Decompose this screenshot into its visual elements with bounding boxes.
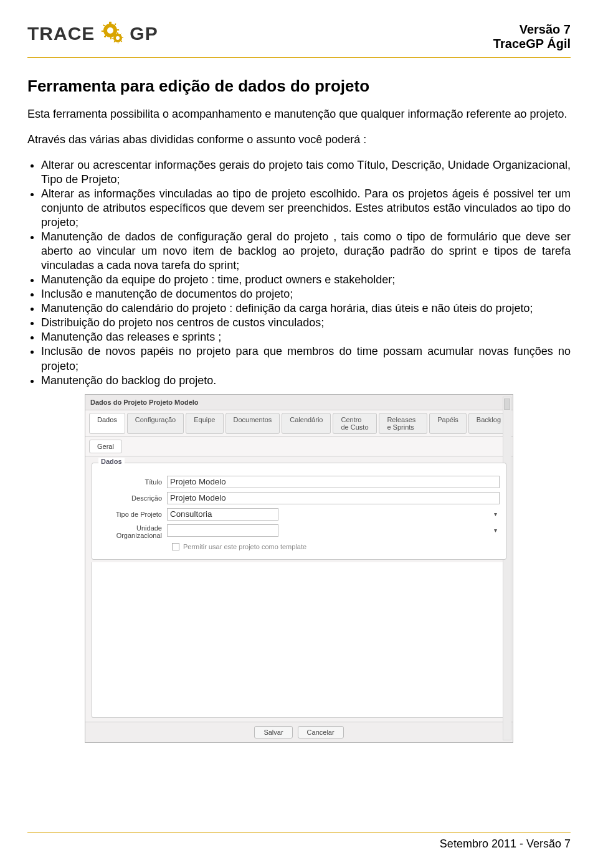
tab-dados[interactable]: Dados <box>89 413 125 434</box>
list-item: Distribuição do projeto nos centros de c… <box>41 316 571 330</box>
list-item: Inclusão e manutenção de documentos do p… <box>41 287 571 301</box>
tab-configuracao[interactable]: Configuração <box>127 413 184 434</box>
checkbox-template[interactable] <box>172 543 179 550</box>
lead-paragraph: Através das várias abas divididas confor… <box>27 133 571 147</box>
select-tipo-projeto[interactable] <box>167 508 278 521</box>
list-item: Alterar as informações vinculadas ao tip… <box>41 187 571 230</box>
window-title: Dados do Projeto Projeto Modelo <box>85 395 513 410</box>
chevron-down-icon: ▾ <box>494 527 497 534</box>
page-footer: Setembro 2011 - Versão 7 <box>27 832 571 851</box>
fieldset-legend: Dados <box>98 458 125 465</box>
select-unidade-org[interactable] <box>167 524 278 537</box>
product-line: TraceGP Ágil <box>493 37 571 51</box>
page-title: Ferramenta para edição de dados do proje… <box>27 77 571 96</box>
scrollbar[interactable] <box>503 397 511 740</box>
save-button[interactable]: Salvar <box>254 726 292 738</box>
list-item: Inclusão de novos papéis no projeto para… <box>41 344 571 373</box>
list-item: Manutenção das releases e sprints ; <box>41 330 571 344</box>
label-titulo: Título <box>98 478 167 486</box>
app-window: Dados do Projeto Projeto Modelo Dados Co… <box>85 394 513 743</box>
input-descricao[interactable] <box>167 492 500 504</box>
subtabs-row: Geral <box>85 437 513 456</box>
list-item: Manutenção do backlog do projeto. <box>41 374 571 388</box>
logo-text-b: GP <box>130 23 158 44</box>
logo-text-a: TRACE <box>27 23 95 44</box>
list-item: Manutenção de dados de configuração gera… <box>41 230 571 273</box>
form-empty-area <box>92 562 506 718</box>
chevron-down-icon: ▾ <box>494 511 497 517</box>
list-item: Alterar ou acrescentar informações gerai… <box>41 158 571 187</box>
checkbox-template-label: Permitir usar este projeto como template <box>183 543 306 550</box>
cancel-button[interactable]: Cancelar <box>298 726 344 738</box>
tab-calendario[interactable]: Calendário <box>282 413 331 434</box>
gear-icon <box>98 22 126 45</box>
tab-centro-de-custo[interactable]: Centro de Custo <box>333 413 377 434</box>
feature-list: Alterar ou acrescentar informações gerai… <box>27 158 571 388</box>
tab-equipe[interactable]: Equipe <box>186 413 223 434</box>
label-tipo-projeto: Tipo de Projeto <box>98 511 167 518</box>
list-item: Manutenção do calendário do projeto : de… <box>41 301 571 316</box>
tab-papeis[interactable]: Papéis <box>429 413 467 434</box>
tabs-row: Dados Configuração Equipe Documentos Cal… <box>85 410 513 437</box>
scrollbar-thumb[interactable] <box>504 399 510 410</box>
input-titulo[interactable] <box>167 476 500 488</box>
label-descricao: Descrição <box>98 494 167 502</box>
version-line: Versão 7 <box>493 22 571 37</box>
page-header: TRACE GP Versão 7 TraceGP Ágil <box>27 22 571 58</box>
fieldset-dados: Dados Título Descrição Tipo de Projeto ▾ <box>92 463 506 560</box>
intro-paragraph: Esta ferramenta possibilita o acompanham… <box>27 107 571 121</box>
label-unidade-org: Unidade Organizacional <box>98 524 167 539</box>
doc-meta: Versão 7 TraceGP Ágil <box>493 22 571 51</box>
button-row: Salvar Cancelar <box>85 722 513 742</box>
list-item: Manutenção da equipe do projeto : time, … <box>41 273 571 287</box>
tab-documentos[interactable]: Documentos <box>225 413 280 434</box>
subtab-geral[interactable]: Geral <box>89 440 122 453</box>
tab-releases-sprints[interactable]: Releases e Sprints <box>379 413 427 434</box>
logo: TRACE GP <box>27 22 158 45</box>
